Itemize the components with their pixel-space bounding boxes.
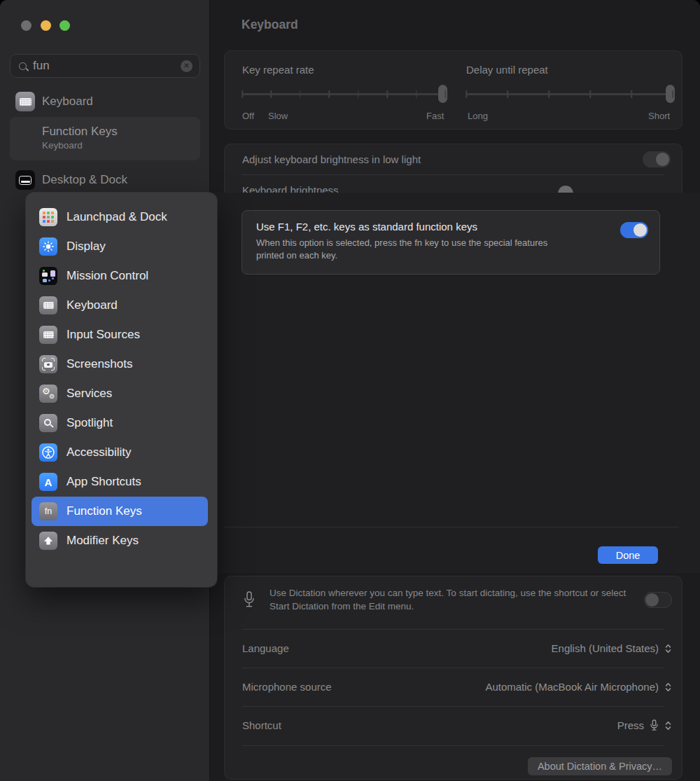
language-select[interactable]: English (United States) <box>552 642 672 654</box>
keyboard-icon <box>39 296 57 315</box>
search-result-function-keys[interactable]: Function Keys Keyboard <box>10 117 200 160</box>
divider <box>224 527 679 527</box>
result-title: Function Keys <box>42 124 200 139</box>
popover-item-modifier-keys[interactable]: Modifier Keys <box>26 526 217 555</box>
popover-item-mission-control[interactable]: Mission Control <box>26 261 217 291</box>
stepper-icon <box>664 643 672 654</box>
sidebar-item-label: Keyboard <box>42 95 93 109</box>
popover-item-spotlight[interactable]: Spotlight <box>26 408 217 438</box>
about-dictation-privacy-button[interactable]: About Dictation & Privacy… <box>528 757 672 775</box>
screenshots-icon <box>39 355 57 373</box>
popover-item-services[interactable]: ⚙ ⚙ Services <box>26 379 217 408</box>
divider <box>242 745 664 746</box>
delay-long-label: Long <box>468 111 488 121</box>
divider <box>242 174 664 175</box>
use-fn-keys-toggle[interactable] <box>620 222 648 238</box>
key-repeat-rate-slider[interactable] <box>242 93 445 95</box>
popover-item-launchpad-dock[interactable]: Launchpad & Dock <box>26 202 217 232</box>
dictation-toggle[interactable] <box>644 592 672 608</box>
settings-panes-popover: Launchpad & Dock Display M <box>26 193 217 587</box>
microphone-icon <box>650 719 659 732</box>
accessibility-icon <box>39 443 57 462</box>
popover-item-accessibility[interactable]: Accessibility <box>26 438 217 467</box>
done-button[interactable]: Done <box>598 546 658 564</box>
adjust-brightness-label: Adjust keyboard brightness in low light <box>242 153 421 165</box>
stepper-icon <box>664 682 672 693</box>
stepper-icon <box>664 720 672 731</box>
modifier-keys-icon <box>39 532 57 550</box>
toggle-knob <box>656 153 669 166</box>
sidebar-item-label: Desktop & Dock <box>42 173 127 187</box>
slider-tick <box>358 90 359 98</box>
search-field[interactable]: fun ✕ <box>10 54 200 78</box>
zoom-button[interactable] <box>59 20 70 31</box>
delay-until-repeat-slider[interactable] <box>466 93 673 95</box>
popover-item-input-sources[interactable]: Input Sources <box>26 320 217 350</box>
key-repeat-off-label: Off <box>242 111 254 121</box>
microphone-icon <box>243 590 255 609</box>
minimize-button[interactable] <box>41 20 51 31</box>
brightness-slider-knob[interactable] <box>558 186 573 193</box>
microphone-source-select[interactable]: Automatic (MacBook Air Microphone) <box>485 681 672 693</box>
slider-tick <box>271 90 272 98</box>
slider-tick <box>672 90 673 98</box>
keyboard-icon <box>15 92 35 111</box>
fn-option-title: Use F1, F2, etc. keys as standard functi… <box>256 220 564 234</box>
key-repeat-fast-label: Fast <box>426 111 444 121</box>
search-input[interactable]: fun <box>33 59 181 73</box>
language-label: Language <box>242 642 289 654</box>
shortcut-row: Shortcut Press <box>242 706 672 745</box>
popover-item-app-shortcuts[interactable]: A App Shortcuts <box>26 467 217 497</box>
slider-tick <box>300 90 301 98</box>
shortcut-select[interactable]: Press <box>617 719 672 732</box>
adjust-brightness-toggle[interactable] <box>643 151 671 167</box>
adjust-brightness-row: Adjust keyboard brightness in low light <box>242 144 671 174</box>
slider-tick <box>444 90 446 98</box>
result-subtitle: Keyboard <box>42 139 200 152</box>
search-icon <box>19 62 27 70</box>
slider-tick <box>241 90 243 98</box>
popover-item-display[interactable]: Display <box>26 232 217 261</box>
popover-item-function-keys[interactable]: fn Function Keys <box>31 497 208 526</box>
shortcut-label: Shortcut <box>242 719 281 731</box>
dictation-intro-row: Use Dictation wherever you can type text… <box>243 586 672 613</box>
desktop-dock-icon <box>15 170 35 190</box>
close-icon: ✕ <box>183 62 189 69</box>
slider-handle[interactable] <box>438 85 447 103</box>
spotlight-icon <box>39 414 57 432</box>
slider-tick <box>465 90 467 98</box>
mission-control-icon <box>39 267 57 285</box>
microphone-source-label: Microphone source <box>242 681 332 693</box>
microphone-source-row: Microphone source Automatic (MacBook Air… <box>242 668 672 706</box>
page-title: Keyboard <box>241 18 298 32</box>
function-keys-option-card: Use F1, F2, etc. keys as standard functi… <box>241 210 660 275</box>
slider-tick <box>631 90 632 98</box>
slider-tick <box>416 90 417 98</box>
dictation-description: Use Dictation wherever you can type text… <box>270 586 637 613</box>
slider-tick <box>386 90 388 98</box>
close-button[interactable] <box>21 20 31 31</box>
delay-short-label: Short <box>648 111 670 121</box>
slider-tick <box>507 90 508 98</box>
key-repeat-slow-label: Slow <box>268 111 288 121</box>
input-sources-icon <box>39 326 57 344</box>
slider-handle[interactable] <box>666 85 675 103</box>
app-shortcuts-icon: A <box>39 473 57 491</box>
slider-tick <box>589 90 591 98</box>
sidebar-item-keyboard[interactable]: Keyboard <box>15 92 93 111</box>
clear-search-button[interactable]: ✕ <box>181 60 192 72</box>
key-repeat-rate-label: Key repeat rate <box>242 64 314 76</box>
system-settings-window: fun ✕ Keyboard Function Keys Keyboard De… <box>0 0 700 781</box>
function-keys-option-text: Use F1, F2, etc. keys as standard functi… <box>256 220 564 274</box>
slider-tick <box>548 90 550 98</box>
window-controls <box>21 20 70 31</box>
key-repeat-card: Key repeat rate Off Slow Fast Delay unti… <box>224 50 682 130</box>
display-icon <box>39 237 57 256</box>
popover-item-screenshots[interactable]: Screenshots <box>26 350 217 379</box>
language-row: Language English (United States) <box>242 629 672 668</box>
sidebar-item-desktop-dock[interactable]: Desktop & Dock <box>15 170 127 190</box>
popover-item-keyboard[interactable]: Keyboard <box>26 291 217 320</box>
keyboard-brightness-card: Adjust keyboard brightness in low light … <box>224 144 682 193</box>
delay-until-repeat-label: Delay until repeat <box>466 64 548 76</box>
function-keys-icon: fn <box>39 502 57 520</box>
